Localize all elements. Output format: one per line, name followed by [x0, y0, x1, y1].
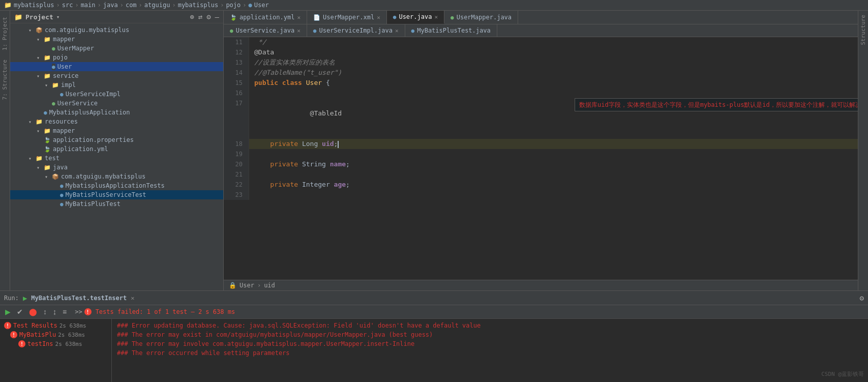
console-line-3: ### The error may involve com.atguigu.my… — [117, 339, 863, 348]
tree-item-mybatisplustest[interactable]: ▸ ● MyBatisPlusTest — [10, 199, 223, 209]
tree-item-mybatisplusservicetest[interactable]: ▸ ● MyBatisPlusServiceTest — [10, 190, 223, 199]
run-settings-icon[interactable]: ⚙ — [860, 294, 864, 302]
editor-breadcrumb-uid[interactable]: uid — [264, 282, 275, 289]
sidebar-minimize-icon[interactable]: — — [215, 13, 219, 21]
sidebar-title: 📁 Project ▾ — [14, 13, 59, 21]
breadcrumb-main[interactable]: main — [81, 2, 96, 9]
test-results-time: 2s 638ms — [59, 322, 86, 329]
sidebar-folder-icon: 📁 — [14, 13, 22, 21]
tree-item-resources[interactable]: ▾ 📁 resources — [10, 117, 223, 126]
breadcrumb-lock-icon: 🔒 — [229, 282, 236, 289]
breadcrumb-com[interactable]: com — [126, 2, 137, 9]
sidebar-settings-icon[interactable]: ⚙ — [206, 13, 211, 21]
run-play-icon: ▶ — [23, 294, 27, 302]
tree-item-userservice[interactable]: ▸ ● UserService — [10, 99, 223, 108]
tab-usermapper-java[interactable]: ● UserMapper.java — [444, 11, 518, 24]
list-button[interactable]: ≡ — [61, 307, 69, 317]
tab-close-userservice[interactable]: ✕ — [297, 27, 301, 34]
bottom-split: ! Test Results 2s 638ms ! MyBatisPlu 2s … — [0, 319, 868, 382]
console-line-2: ### The error may exist in com/atguigu/m… — [117, 330, 863, 339]
tree-item-pojo[interactable]: ▾ 📁 pojo — [10, 53, 223, 62]
tree-item-userserviceimpl[interactable]: ▸ ● UserServiceImpl — [10, 90, 223, 99]
tab-usermapper-xml[interactable]: 📄 UserMapper.xml ✕ — [307, 11, 387, 24]
folder-icon: 📁 — [44, 164, 51, 171]
tree-item-user[interactable]: ▸ ● User — [10, 62, 223, 71]
sep1: › — [56, 2, 59, 9]
folder-icon: 📁 — [44, 128, 51, 134]
run-button[interactable]: ▶ — [3, 307, 13, 317]
tab-label: MyBatisPlusTest.java — [417, 27, 491, 34]
code-editor[interactable]: 11 */ 12 @Data 13 //设置实体类所对应的表名 14 //@Ta… — [224, 37, 858, 280]
left-tab-7[interactable]: 7: Structure — [1, 57, 9, 102]
tree-label: application.properties — [53, 136, 134, 143]
editor-breadcrumb: 🔒 User › uid — [224, 280, 858, 290]
sidebar-sync-icon[interactable]: ⇄ — [198, 13, 202, 21]
tab-mybatisplustest[interactable]: ● MyBatisPlusTest.java — [405, 24, 497, 37]
test-item-testins[interactable]: ! testIns 2s 638ms — [0, 339, 111, 348]
breadcrumb-icon-mybatisplus: 📁 — [4, 2, 12, 9]
structure-label[interactable]: Structure — [860, 15, 866, 45]
tree-label: service — [53, 72, 79, 79]
breadcrumb-src[interactable]: src — [62, 2, 73, 9]
sidebar-dropdown-icon[interactable]: ▾ — [56, 14, 60, 20]
tree-label: java — [53, 164, 68, 171]
tree-item-mybatisplusapptests[interactable]: ▸ ● MybatisplusApplicationTests — [10, 181, 223, 190]
tab-userserviceimpl[interactable]: ● UserServiceImpl.java ✕ — [307, 24, 405, 37]
test-item-mybatisplus[interactable]: ! MyBatisPlu 2s 638ms — [0, 330, 111, 339]
tab-class-icon3: ● — [411, 27, 415, 34]
breadcrumb-mybatisplus2[interactable]: mybatisplus — [178, 2, 218, 9]
breadcrumb-pojo[interactable]: pojo — [226, 2, 241, 9]
tree-item-mapper[interactable]: ▾ 📁 mapper — [10, 35, 223, 44]
tab-user-java[interactable]: ● User.java ✕ — [387, 11, 444, 24]
tab-close-yml[interactable]: ✕ — [297, 14, 301, 21]
tab-close-xml[interactable]: ✕ — [377, 14, 380, 21]
sort-button[interactable]: ↕ — [41, 307, 49, 317]
code-line-11: 11 */ — [224, 37, 858, 47]
breadcrumb-user[interactable]: User — [254, 2, 269, 9]
bottom-panel-header: Run: ▶ MyBatisPlusTest.testInsert ✕ ⚙ — [0, 291, 868, 305]
test-results-panel: ! Test Results 2s 638ms ! MyBatisPlu 2s … — [0, 319, 112, 382]
run-name[interactable]: MyBatisPlusTest.testInsert — [31, 295, 127, 302]
filter-button[interactable]: ↨ — [51, 307, 58, 317]
tree-item-mapper-resources[interactable]: ▾ 📁 mapper — [10, 126, 223, 135]
bottom-toolbar: ▶ ✔ ⬤ ↕ ↨ ≡ >> ! Tests failed: 1 of 1 te… — [0, 305, 868, 319]
tree-item-service[interactable]: ▾ 📁 service — [10, 71, 223, 80]
class-icon: ● — [60, 192, 64, 198]
tab-userservice[interactable]: ● UserService.java ✕ — [224, 24, 307, 37]
tab-xml-icon: 📄 — [313, 14, 320, 21]
sidebar: 📁 Project ▾ ⊕ ⇄ ⚙ — ▾ 📦 com.atguigu.myba… — [10, 11, 224, 290]
breadcrumb-mybatisplus[interactable]: mybatisplus — [14, 2, 54, 9]
test-ins-time: 2s 638ms — [55, 341, 82, 347]
tree-item-usermapper[interactable]: ▸ ● UserMapper — [10, 44, 223, 53]
tab-class-icon2: ● — [313, 27, 317, 34]
tree-item-com-atguigu[interactable]: ▾ 📦 com.atguigu.mybatisplus — [10, 25, 223, 35]
test-item-time: 2s 638ms — [58, 332, 85, 338]
tab-close-user[interactable]: ✕ — [434, 14, 438, 20]
tree-item-impl[interactable]: ▾ 📁 impl — [10, 80, 223, 90]
folder-icon: 📁 — [36, 155, 43, 162]
test-results-header-item[interactable]: ! Test Results 2s 638ms — [0, 321, 111, 330]
tree-item-com-atguigu-test[interactable]: ▾ 📦 com.atguigu.mybatisplus — [10, 172, 223, 181]
stop-button[interactable]: ⬤ — [27, 307, 39, 317]
tree-item-appprops[interactable]: ▸ 🍃 application.properties — [10, 135, 223, 144]
breadcrumb-java[interactable]: java — [103, 2, 118, 9]
tree-item-test[interactable]: ▾ 📁 test — [10, 154, 223, 163]
class-icon: ● — [60, 91, 64, 98]
tab-application-yml[interactable]: 🍃 application.yml ✕ — [224, 11, 307, 24]
check-button[interactable]: ✔ — [15, 307, 25, 317]
breadcrumb-atguigu[interactable]: atguigu — [144, 2, 170, 9]
tree-item-java-test[interactable]: ▾ 📁 java — [10, 163, 223, 172]
tree-item-mybatisplusapp[interactable]: ▸ ● MybatisplusApplication — [10, 108, 223, 117]
tab-close-userserviceimpl[interactable]: ✕ — [395, 27, 399, 34]
run-close-btn[interactable]: ✕ — [131, 295, 134, 302]
package-icon: 📦 — [52, 173, 59, 180]
editor-breadcrumb-user[interactable]: User — [240, 282, 254, 289]
sidebar-title-label[interactable]: Project — [25, 13, 53, 21]
sidebar-add-icon[interactable]: ⊕ — [190, 13, 194, 21]
class-icon: ● — [52, 64, 55, 70]
console-output[interactable]: ### Error updating database. Cause: java… — [112, 319, 868, 382]
tree-item-appyml[interactable]: ▸ 🍃 application.yml — [10, 144, 223, 154]
tree-label: mapper — [53, 127, 75, 134]
tab-class-icon: ● — [393, 14, 397, 20]
left-tab-project[interactable]: 1: Project — [1, 15, 9, 52]
